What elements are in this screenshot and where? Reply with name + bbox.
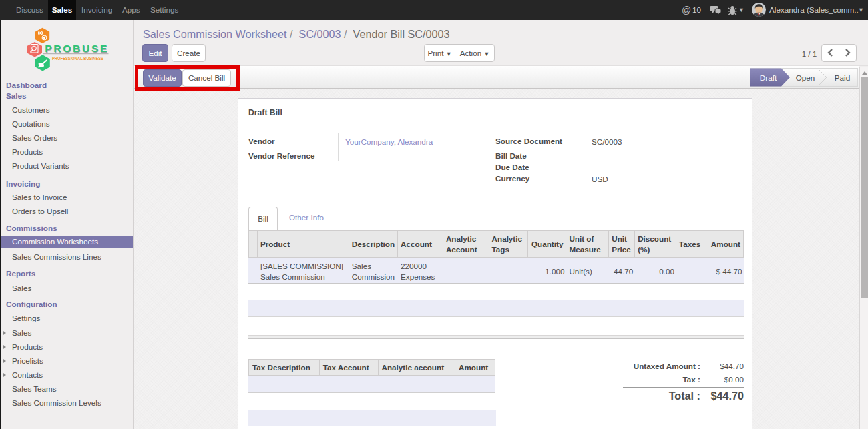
svg-text:Paid: Paid [835,73,850,82]
svg-text:PROBUSE: PROBUSE [45,43,107,54]
svg-text:PROFESSIONAL BUSINESS: PROFESSIONAL BUSINESS [52,55,103,61]
svg-text:Draft: Draft [760,73,777,82]
svg-text:Open: Open [796,73,815,82]
